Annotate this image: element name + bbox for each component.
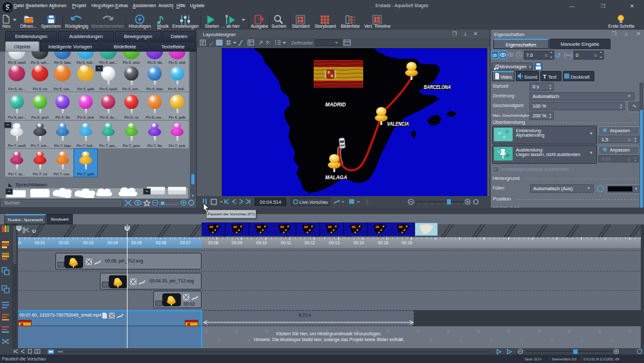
- svg-text:VALENCIA: VALENCIA: [387, 121, 409, 127]
- svg-text:MADRID: MADRID: [325, 101, 346, 108]
- svg-text:00:04.514: 00:04.514: [260, 199, 281, 205]
- svg-text:T: T: [543, 74, 547, 80]
- svg-text:cb: cb: [493, 53, 497, 57]
- svg-text:Zeitmarke:: Zeitmarke:: [291, 40, 314, 46]
- svg-text:s: s: [594, 53, 597, 57]
- svg-text:↺: ↺: [555, 52, 561, 59]
- svg-text:Video: Video: [500, 75, 512, 79]
- svg-text:Live-Vorschau: Live-Vorschau: [299, 200, 328, 204]
- svg-text:7,6: 7,6: [526, 52, 533, 58]
- svg-text:BARCELONA: BARCELONA: [424, 84, 451, 90]
- svg-text:Deckkraft: Deckkraft: [571, 75, 590, 79]
- svg-text:0: 0: [576, 52, 578, 58]
- svg-text:Text: Text: [548, 75, 556, 79]
- svg-text:s: s: [545, 53, 547, 57]
- svg-text:Sound: Sound: [524, 75, 537, 79]
- svg-text:U: U: [32, 228, 36, 234]
- svg-text:MALAGA: MALAGA: [325, 174, 347, 181]
